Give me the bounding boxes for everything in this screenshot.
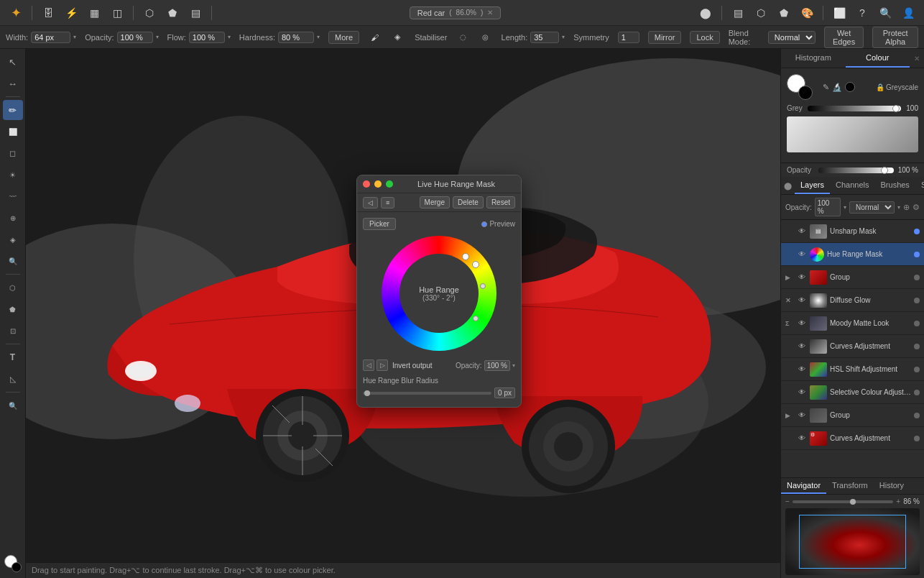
layer-eye-selective[interactable]: 👁 [797,387,807,398]
protect-alpha-btn[interactable]: Protect Alpha [872,27,918,48]
wheel-handle-1[interactable] [462,253,469,260]
colour-tab[interactable]: Colour [846,49,910,68]
nav-zoom-out-btn[interactable]: − [785,497,790,505]
text-tool[interactable]: T [3,347,23,367]
layer-eye-hsl[interactable]: 👁 [797,364,807,375]
layer-unsharp-mask[interactable]: 👁 ▤ Unsharp Mask [781,220,924,243]
layout-1-btn[interactable]: ▤ [728,3,748,23]
blend-mode-select[interactable]: Normal [768,31,816,44]
layer-add-btn[interactable]: ⊕ [903,203,910,212]
stabiliser-toggle-btn[interactable]: ◈ [391,27,405,47]
stabiliser-icon2[interactable]: ◎ [479,27,493,47]
layer-settings-btn[interactable]: ⚙ [913,203,920,212]
layer-eye-group2[interactable]: 👁 [797,410,807,421]
zoom-tool[interactable]: 🔍 [3,395,23,416]
symmetry-input[interactable] [618,32,639,43]
invert-right-btn[interactable]: ▷ [376,359,388,371]
layer-hsl-shift[interactable]: 👁 HSL Shift Adjustment [781,358,924,381]
opacity-thumb[interactable] [881,167,888,174]
length-input[interactable] [530,32,559,43]
history-tab[interactable]: History [874,478,910,494]
layer-selective-colour[interactable]: 👁 Selective Colour Adjustment [781,381,924,404]
reset-btn[interactable]: Reset [486,196,515,208]
layer-collapse-group2[interactable]: ▶ [785,412,794,419]
flow-arrow[interactable]: ▾ [228,34,231,40]
eyedropper-icon[interactable]: 🔬 [832,82,842,92]
layer-eye-curves2[interactable]: 👁 [797,434,807,444]
mirror-btn[interactable]: Mirror [648,31,682,44]
layout-3-btn[interactable]: ⬟ [774,3,794,23]
help-btn[interactable]: ? [852,3,872,23]
canvas-image[interactable]: Live Hue Range Mask ◁ ≡ Merge Delete Res… [26,49,780,578]
stabiliser-icon1[interactable]: ◌ [456,27,470,47]
channels-tab[interactable]: Channels [830,177,874,194]
colour-panel-close[interactable]: ✕ [910,49,924,68]
grid-toolbar-btn[interactable]: ▤ [185,3,205,23]
blur-slider[interactable] [363,392,491,395]
color-picker-btn[interactable]: 🎨 [797,3,817,23]
wet-edges-btn[interactable]: Wet Edges [824,27,864,48]
layer-eye-moody[interactable]: 👁 [797,318,807,329]
record-btn[interactable]: ⬤ [696,3,716,23]
transform-tool[interactable]: ↔ [3,73,23,93]
black-swatch-sm[interactable] [845,82,855,92]
histogram-tab[interactable]: Histogram [781,49,846,68]
width-arrow[interactable]: ▾ [73,34,76,40]
layer-diffuse-glow[interactable]: ✕ 👁 Diffuse Glow [781,289,924,312]
retouch-tool[interactable]: 🔍 [3,251,23,271]
layers-panel-toggle[interactable]: ⬤ [781,177,795,194]
delete-btn[interactable]: Delete [453,196,484,208]
search-btn[interactable]: 🔍 [875,3,895,23]
user-btn[interactable]: 👤 [898,3,918,23]
clone-tool[interactable]: ◈ [3,229,23,249]
grey-slider[interactable] [808,106,901,111]
merge-btn[interactable]: Merge [420,196,450,208]
opacity-arrow[interactable]: ▾ [156,34,159,40]
grey-slider-thumb[interactable] [892,105,900,112]
opacity-input[interactable] [117,32,153,43]
more-btn[interactable]: More [328,31,359,44]
layer-eye-diffuse[interactable]: 👁 [797,295,807,306]
selection-tool[interactable]: ⬡ [3,277,23,298]
stock-tab[interactable]: Stock [915,177,924,194]
crop-tool[interactable]: ⊡ [3,321,23,341]
dialog-min-btn[interactable] [374,180,382,188]
filters-toolbar-btn[interactable]: ▦ [84,3,104,23]
screen-btn[interactable]: ⬜ [829,3,849,23]
dialog-max-btn[interactable] [386,180,393,188]
layer-eye-group1[interactable]: 👁 [797,272,807,283]
layer-group-2[interactable]: ▶ 👁 Group [781,404,924,427]
navigator-tab[interactable]: Navigator [781,478,826,494]
transform-tab[interactable]: Transform [826,478,874,494]
layer-collapse-group1[interactable]: ▶ [785,274,794,281]
hardness-arrow[interactable]: ▾ [317,34,320,40]
nav-preview[interactable] [785,508,920,575]
layer-moody-matte[interactable]: Σ 👁 Moody Matte Look [781,312,924,335]
document-toolbar-btn[interactable]: 🗄 [38,3,58,23]
hardness-input[interactable] [278,32,314,43]
colour-picker-icon[interactable]: ✎ [823,82,829,92]
nav-zoom-thumb[interactable] [850,499,856,505]
dialog-opacity-arrow[interactable]: ▾ [512,362,515,369]
layer-blend-select[interactable]: Normal [849,201,895,214]
layers-tab[interactable]: Layers [795,177,830,194]
bg-swatch[interactable] [798,86,813,100]
hue-wheel[interactable]: Hue Range (330° - 2°) [382,236,496,351]
lasso-tool[interactable]: ⬟ [3,299,23,319]
layer-hue-range-mask[interactable]: 👁 Hue Range Mask [781,243,924,266]
transform-toolbar-btn[interactable]: ⬟ [162,3,183,23]
invert-left-btn[interactable]: ◁ [363,359,374,371]
layer-eye-curves1[interactable]: 👁 [797,341,807,352]
bg-color-swatch[interactable] [11,562,22,572]
select-toolbar-btn[interactable]: ⬡ [139,3,160,23]
lock-btn[interactable]: Lock [690,31,719,44]
shape-tool[interactable]: ◺ [3,369,23,389]
pixel-tool[interactable]: ⬜ [3,121,23,142]
picker-btn[interactable]: Picker [363,218,396,230]
doc-title-tab[interactable]: Red car ( 86.0% ) ✕ [410,6,502,19]
doc-close-btn[interactable]: ✕ [487,9,493,17]
nav-zoom-in-btn[interactable]: + [896,497,900,505]
dialog-close-btn[interactable] [363,180,370,188]
erase-tool[interactable]: ◻ [3,143,23,163]
opacity-slider[interactable] [818,168,894,173]
